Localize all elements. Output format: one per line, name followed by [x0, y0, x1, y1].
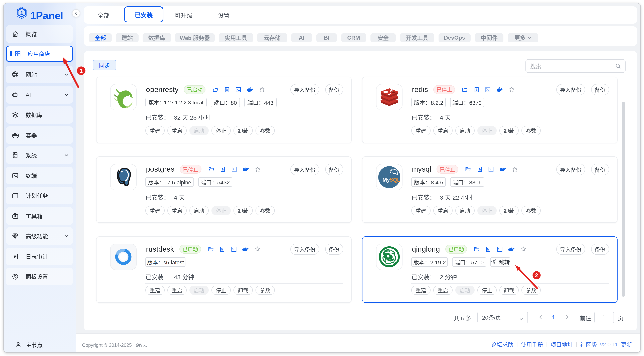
svg-text:SQL: SQL	[390, 177, 400, 182]
svg-text:My: My	[382, 177, 390, 182]
svg-text:1: 1	[20, 9, 24, 16]
